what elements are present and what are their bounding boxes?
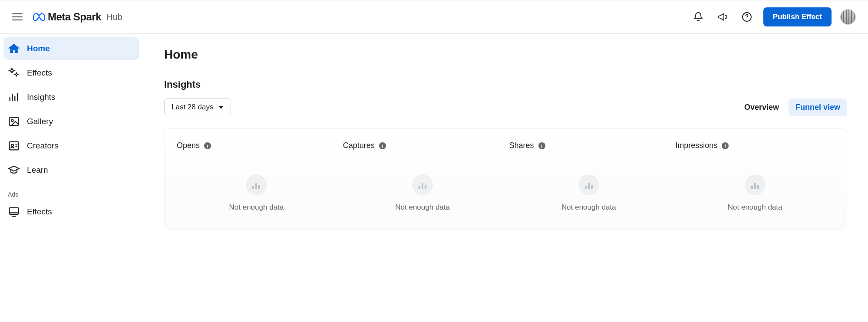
sidebar-item-label: Effects: [27, 68, 52, 78]
view-overview-button[interactable]: Overview: [737, 99, 786, 116]
sidebar-item-learn[interactable]: Learn: [3, 159, 139, 181]
topbar-right: Publish Effect: [690, 7, 856, 26]
brand-logo: Meta Spark: [33, 11, 101, 23]
svg-rect-4: [10, 142, 19, 150]
sidebar-item-label: Insights: [27, 92, 55, 102]
brand-name: Meta Spark: [48, 11, 101, 23]
svg-point-5: [11, 144, 13, 146]
svg-rect-6: [10, 208, 19, 214]
graduation-cap-icon: [8, 164, 20, 176]
metric-header: Opens i: [177, 141, 336, 150]
meta-infinity-icon: [33, 12, 45, 22]
sidebar-item-effects[interactable]: Effects: [3, 62, 139, 84]
svg-point-3: [11, 120, 13, 122]
notifications-icon[interactable]: [690, 9, 706, 25]
home-icon: [8, 43, 20, 55]
page-title: Home: [164, 48, 847, 62]
metrics-card: Opens i Not enough data Captures i: [164, 128, 847, 230]
announcements-icon[interactable]: [715, 9, 730, 25]
sidebar-section-ads: Ads: [3, 183, 139, 200]
help-icon[interactable]: [739, 9, 755, 25]
sidebar-item-label: Gallery: [27, 117, 53, 126]
metric-label: Captures: [343, 141, 375, 150]
avatar[interactable]: [840, 9, 856, 25]
metric-label: Shares: [509, 141, 534, 150]
publish-effect-button[interactable]: Publish Effect: [763, 7, 832, 26]
id-badge-icon: [8, 140, 20, 152]
sidebar-item-label: Learn: [27, 165, 48, 175]
metric-impressions: Impressions i Not enough data: [675, 141, 835, 212]
brand-sub: Hub: [106, 12, 122, 22]
sidebar-item-label: Creators: [27, 141, 59, 151]
metric-label: Impressions: [675, 141, 717, 150]
bar-chart-placeholder-icon: [246, 174, 267, 195]
sidebar-item-ads-effects[interactable]: Effects: [3, 200, 139, 223]
empty-text: Not enough data: [728, 203, 782, 212]
insights-controls: Last 28 days Overview Funnel view: [164, 98, 847, 116]
sidebar-item-home[interactable]: Home: [3, 37, 139, 60]
sidebar-item-insights[interactable]: Insights: [3, 86, 139, 108]
metric-header: Captures i: [343, 141, 502, 150]
empty-text: Not enough data: [395, 203, 450, 212]
bar-chart-icon: [8, 91, 20, 103]
insights-title: Insights: [164, 79, 847, 90]
metric-shares: Shares i Not enough data: [509, 141, 669, 212]
main: Home Insights Last 28 days Overview Funn…: [143, 34, 868, 322]
menu-icon[interactable]: [12, 12, 23, 22]
sidebar-item-label: Effects: [27, 207, 52, 217]
sidebar-item-gallery[interactable]: Gallery: [3, 110, 139, 133]
svg-point-1: [746, 19, 747, 20]
topbar-left: Meta Spark Hub: [12, 11, 122, 23]
sidebar: Home Effects Insights: [0, 34, 143, 322]
brand[interactable]: Meta Spark Hub: [33, 11, 122, 23]
metric-empty-state: Not enough data: [675, 174, 835, 212]
chevron-down-icon: [218, 106, 224, 109]
metric-opens: Opens i Not enough data: [177, 141, 336, 212]
metric-empty-state: Not enough data: [177, 174, 336, 212]
image-icon: [8, 115, 20, 128]
view-funnel-button[interactable]: Funnel view: [789, 99, 847, 116]
metric-empty-state: Not enough data: [343, 174, 502, 212]
bar-chart-placeholder-icon: [412, 174, 433, 195]
svg-rect-2: [10, 118, 19, 126]
bar-chart-placeholder-icon: [578, 174, 599, 195]
info-icon[interactable]: i: [379, 142, 386, 149]
sparkle-icon: [8, 67, 20, 79]
info-icon[interactable]: i: [722, 142, 729, 149]
metric-empty-state: Not enough data: [509, 174, 669, 212]
metric-header: Shares i: [509, 141, 669, 150]
empty-text: Not enough data: [229, 203, 284, 212]
view-toggle: Overview Funnel view: [737, 99, 847, 116]
info-icon[interactable]: i: [204, 142, 211, 149]
date-range-label: Last 28 days: [172, 103, 213, 112]
empty-text: Not enough data: [561, 203, 616, 212]
metric-captures: Captures i Not enough data: [343, 141, 502, 212]
body: Home Effects Insights: [0, 34, 868, 322]
info-icon[interactable]: i: [538, 142, 545, 149]
sidebar-item-creators[interactable]: Creators: [3, 135, 139, 157]
topbar: Meta Spark Hub: [0, 0, 868, 34]
date-range-dropdown[interactable]: Last 28 days: [164, 98, 231, 116]
monitor-icon: [8, 206, 20, 218]
bar-chart-placeholder-icon: [745, 174, 766, 195]
sidebar-item-label: Home: [27, 44, 50, 53]
metric-header: Impressions i: [675, 141, 835, 150]
metric-label: Opens: [177, 141, 200, 150]
